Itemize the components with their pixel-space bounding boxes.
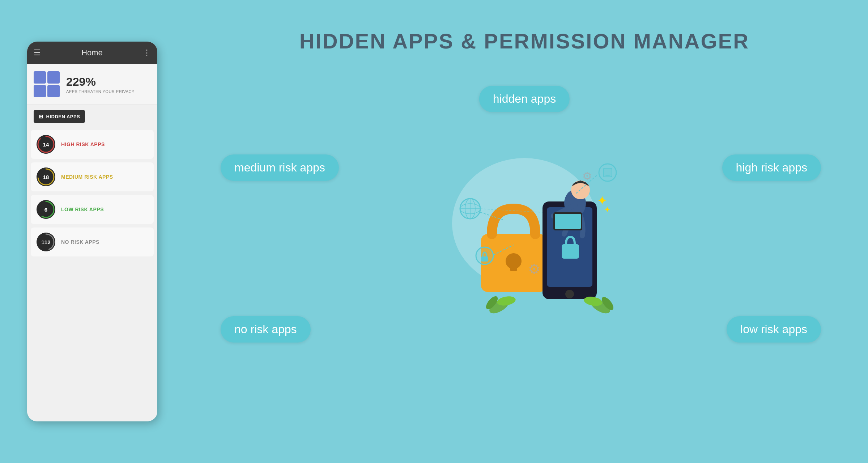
phone-topbar: ☰ Home ⋮	[27, 42, 157, 64]
low-risk-circle: 6	[37, 200, 55, 219]
illustration-area: hidden apps medium risk apps high risk a…	[199, 75, 850, 364]
risk-item-none[interactable]: 112 NO RISK APPS	[31, 228, 154, 256]
hidden-apps-button[interactable]: ⊞ HIDDEN APPS	[34, 110, 85, 123]
risk-list: 14 HIGH RISK APPS 18 MEDIUM RISK APPS	[27, 128, 157, 421]
app-icon	[34, 71, 60, 97]
illustration-svg: ✦ ✦	[420, 93, 629, 317]
pill-medium-risk: medium risk apps	[221, 154, 339, 181]
topbar-title: Home	[81, 48, 103, 58]
medium-risk-circle: 18	[37, 167, 55, 186]
svg-point-27	[476, 247, 493, 264]
risk-item-high[interactable]: 14 HIGH RISK APPS	[31, 130, 154, 159]
phone-mockup: ☰ Home ⋮ 229% APPS THREATEN YOUR PRIVACY…	[27, 42, 157, 421]
svg-text:⚙: ⚙	[582, 170, 592, 182]
menu-icon[interactable]: ☰	[34, 48, 41, 58]
risk-item-low[interactable]: 6 LOW RISK APPS	[31, 195, 154, 224]
pill-no-risk: no risk apps	[221, 316, 311, 343]
app-stats: 229% APPS THREATEN YOUR PRIVACY	[66, 75, 135, 94]
medium-risk-label: MEDIUM RISK APPS	[61, 174, 113, 180]
svg-rect-26	[605, 175, 610, 176]
svg-rect-10	[562, 244, 579, 259]
svg-rect-28	[481, 256, 488, 262]
hidden-apps-icon: ⊞	[39, 114, 43, 119]
center-illustration: ✦ ✦	[420, 93, 629, 317]
risk-item-medium[interactable]: 18 MEDIUM RISK APPS	[31, 162, 154, 191]
no-risk-circle: 112	[37, 233, 55, 251]
low-risk-label: LOW RISK APPS	[61, 207, 104, 212]
svg-text:✦: ✦	[604, 205, 610, 214]
medium-risk-count: 18	[43, 174, 49, 180]
high-risk-circle: 14	[37, 135, 55, 154]
app-percentage: 229%	[66, 75, 135, 89]
no-risk-label: NO RISK APPS	[61, 239, 99, 245]
svg-rect-7	[510, 261, 517, 271]
app-subtitle: APPS THREATEN YOUR PRIVACY	[66, 89, 135, 94]
hidden-apps-label: HIDDEN APPS	[46, 114, 80, 119]
svg-point-11	[565, 290, 574, 298]
app-header: 229% APPS THREATEN YOUR PRIVACY	[27, 64, 157, 105]
no-risk-count: 112	[41, 239, 50, 245]
pill-low-risk: low risk apps	[727, 316, 821, 343]
low-risk-count: 6	[44, 207, 47, 213]
more-icon[interactable]: ⋮	[143, 48, 151, 58]
pill-high-risk: high risk apps	[722, 154, 821, 181]
svg-rect-15	[555, 214, 581, 229]
phone-content: 229% APPS THREATEN YOUR PRIVACY ⊞ HIDDEN…	[27, 64, 157, 421]
high-risk-label: HIGH RISK APPS	[61, 141, 105, 147]
svg-text:⚙: ⚙	[528, 262, 540, 277]
main-title: HIDDEN APPS & PERMISSION MANAGER	[299, 29, 749, 53]
right-panel: HIDDEN APPS & PERMISSION MANAGER hidden …	[181, 0, 868, 463]
high-risk-count: 14	[43, 141, 49, 148]
